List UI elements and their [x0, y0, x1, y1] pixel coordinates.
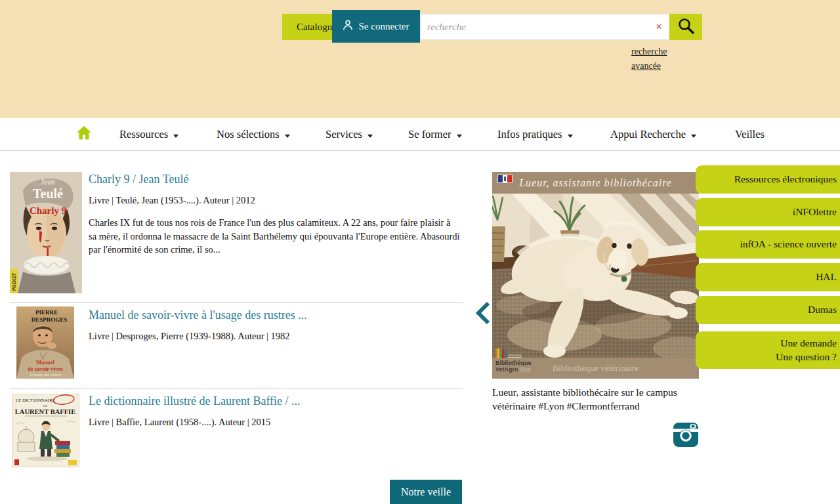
book-cover-charly9[interactable]: Jean Teulé Charly 9 POCKET: [10, 172, 82, 296]
nav-item-se-former[interactable]: Se former: [408, 118, 462, 151]
instagram-post-card[interactable]: Lueur, assistante bibliothécaire: [492, 172, 699, 379]
notre-veille-button[interactable]: Notre veille: [390, 480, 462, 504]
divider: [10, 302, 463, 303]
sidebar-link-label-line1: Une demande: [780, 337, 837, 350]
result-title-link[interactable]: Charly 9 / Jean Teulé: [89, 173, 460, 186]
nav-item-services[interactable]: Services: [326, 118, 373, 151]
result-item-2: Manuel de savoir-vivre à l'usage des rus…: [89, 308, 307, 342]
notre-veille-label: Notre veille: [401, 486, 451, 498]
logo-line2-main: VetAgro: [495, 366, 520, 373]
logo-line1: Bibliothèque: [495, 360, 541, 366]
cover-name1: PIERRE: [35, 309, 58, 316]
sidebar-link-label-line2: Une question ?: [776, 350, 837, 364]
cover-top: LE DICTIONNAIRE: [16, 398, 55, 403]
catalogue-scope-button[interactable]: Catalogue: [297, 14, 337, 40]
nav-item-ressources[interactable]: Ressources: [119, 118, 178, 151]
carousel-previous-button[interactable]: [474, 301, 491, 326]
nav-item-nos-selections[interactable]: Nos sélections: [217, 118, 290, 151]
sidebar-link-label: Ressources électroniques: [734, 173, 837, 186]
chevron-down-icon: [691, 135, 696, 138]
divider: [10, 388, 463, 389]
cover-title1: Manuel: [36, 359, 55, 366]
sidebar-link-infolettre[interactable]: iNFOlettre: [696, 198, 840, 226]
nav-label: Ressources: [119, 128, 168, 141]
result-item-3: Le dictionnaire illustré de Laurent Baff…: [89, 394, 301, 428]
logo-line2-sub: Sup: [520, 366, 531, 373]
advanced-search-link[interactable]: recherche avancée: [631, 45, 667, 74]
book-cover-desproges[interactable]: PIERRE DESPROGES Manuel de savoir-vivre …: [16, 306, 74, 381]
nav-label: Services: [326, 128, 362, 141]
result-item-1: Charly 9 / Jean Teulé Livre | Teulé, Jea…: [89, 173, 460, 257]
home-icon: [76, 125, 92, 144]
nav-label: Appui Recherche: [610, 128, 686, 141]
chevron-down-icon: [368, 135, 373, 138]
sidebar-link-ressources-electroniques[interactable]: Ressources électroniques: [696, 165, 840, 194]
card-footer-band: Bibliothèque vétérinaire vétérinaire Bib…: [492, 358, 699, 379]
sidebar-link-label: iNFOlettre: [793, 205, 837, 219]
cover-subtitle: à l'usage des rustres: [30, 373, 61, 377]
result-meta: Livre | Desproges, Pierre (1939-1988). A…: [89, 331, 307, 342]
nav-item-veilles[interactable]: Veilles: [735, 118, 765, 151]
sidebar-link-label: Dumas: [808, 303, 837, 317]
search-icon: [677, 17, 695, 37]
result-meta: Livre | Baffie, Laurent (1958-....). Aut…: [89, 417, 301, 428]
cover-name2: DESPROGES: [32, 316, 68, 323]
dog-photo: [492, 194, 699, 358]
home-button[interactable]: [76, 118, 92, 151]
card-header-band: Lueur, assistante bibliothécaire: [492, 172, 699, 194]
cover-publisher: POCKET: [12, 273, 16, 291]
nav-label: Se former: [408, 128, 452, 141]
sidebar-link-hal[interactable]: HAL: [696, 263, 840, 291]
instagram-caption: Lueur, assistante bibliothécaire sur le …: [492, 386, 689, 413]
french-flag-icon: [497, 175, 513, 183]
nav-label: Nos sélections: [217, 128, 280, 141]
header: Catalogue Se connecter × recherche avanc…: [0, 0, 840, 118]
book-cover-baffie[interactable]: LE DICTIONNAIRE DE LAURENT BAFFIE: [12, 394, 79, 470]
search-button[interactable]: [669, 14, 702, 40]
nav-label: Infos pratiques: [497, 128, 562, 141]
vetagro-library-logo: vétérinaire Bibliothèque VetAgro Sup: [495, 348, 541, 377]
cover-title2: de savoir-vivre: [28, 366, 63, 372]
logo-bars-icon: [495, 348, 506, 358]
nav-item-appui-recherche[interactable]: Appui Recherche: [610, 118, 696, 151]
chevron-down-icon: [285, 135, 290, 138]
search-input[interactable]: [420, 14, 669, 40]
cover-author-first: Jean: [41, 177, 54, 186]
nav-item-infos-pratiques[interactable]: Infos pratiques: [497, 118, 573, 151]
advanced-search-line2: avancée: [631, 59, 667, 74]
cover-title: Charly 9: [30, 205, 66, 216]
result-meta: Livre | Teulé, Jean (1953-....). Auteur …: [89, 195, 460, 206]
cover-name: LAURENT BAFFIE: [15, 408, 75, 415]
user-icon: [343, 20, 353, 33]
cover-mid: DE: [43, 404, 48, 408]
result-title-link[interactable]: Le dictionnaire illustré de Laurent Baff…: [89, 394, 301, 408]
sidebar-link-infoa-science-ouverte[interactable]: infOA - science ouverte: [696, 230, 840, 259]
sidebar-link-une-demande-une-question[interactable]: Une demande Une question ?: [696, 331, 840, 369]
logo-small-text: vétérinaire: [508, 354, 522, 357]
result-description: Charles IX fut de tous nos rois de Franc…: [89, 216, 460, 257]
card-overlay-title: Lueur, assistante bibliothécaire: [492, 172, 699, 194]
clear-search-icon[interactable]: ×: [650, 14, 668, 40]
login-button[interactable]: Se connecter: [332, 10, 420, 43]
sidebar-link-label: infOA - science ouverte: [740, 238, 837, 251]
chevron-down-icon: [173, 135, 178, 138]
chevron-down-icon: [568, 135, 573, 138]
main-nav: Ressources Nos sélections Services Se fo…: [0, 118, 840, 151]
nav-label: Veilles: [735, 128, 765, 141]
cover-author-last: Teulé: [33, 186, 63, 201]
sidebar-link-label: HAL: [816, 270, 837, 284]
logo-line2: VetAgro Sup: [495, 366, 541, 373]
chevron-down-icon: [457, 135, 462, 138]
login-label: Se connecter: [358, 21, 409, 32]
instagram-icon[interactable]: [673, 421, 699, 448]
page: Catalogue Se connecter × recherche avanc…: [0, 0, 840, 504]
sidebar-link-dumas[interactable]: Dumas: [696, 296, 840, 324]
advanced-search-line1: recherche: [631, 45, 667, 59]
result-title-link[interactable]: Manuel de savoir-vivre à l'usage des rus…: [89, 308, 307, 322]
